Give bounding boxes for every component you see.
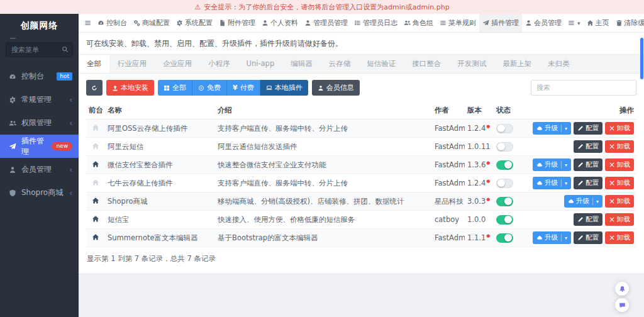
chevron-left-icon: ‹: [69, 189, 72, 197]
category-tab[interactable]: 最新上架: [494, 55, 540, 73]
status-cell: [494, 229, 526, 247]
sidebar-divider: [10, 38, 16, 39]
status-toggle[interactable]: [496, 142, 513, 152]
action-buttons: 升级▾×卸载: [529, 195, 634, 208]
topnav-item[interactable]: 角色组: [401, 14, 436, 32]
upload-icon: [112, 85, 118, 91]
category-tab[interactable]: 编辑器: [282, 55, 321, 73]
uninstall-button[interactable]: ×卸载: [605, 177, 634, 189]
filter-button[interactable]: 免费: [192, 80, 227, 96]
actions-cell: 升级▾配置×卸载: [526, 174, 636, 192]
topnav-item[interactable]: 系统配置: [173, 14, 216, 32]
refresh-button[interactable]: [86, 80, 103, 96]
status-toggle[interactable]: [496, 124, 513, 133]
topnav-item[interactable]: 附件管理: [216, 14, 258, 32]
status-toggle[interactable]: [496, 160, 513, 170]
caret-down-icon: ▾: [565, 181, 567, 186]
version-label: 1.0.0: [467, 215, 486, 224]
coin-icon: [198, 85, 204, 91]
upgrade-button[interactable]: 升级▾: [533, 122, 571, 135]
category-tab[interactable]: 行业应用: [109, 55, 155, 73]
category-tab[interactable]: Uni-app: [238, 55, 283, 73]
topnav-item[interactable]: 控制台: [94, 14, 130, 32]
toggle-knob: [497, 179, 505, 187]
uninstall-button[interactable]: ×卸载: [605, 195, 634, 208]
intro-cell: 支持客户端直传、服务端中转、分片上传: [215, 174, 432, 192]
upgrade-button[interactable]: 升级▾: [533, 177, 571, 189]
intro-cell: 快速整合微信支付宝企业支付功能: [215, 156, 432, 174]
uninstall-button[interactable]: ×卸载: [605, 122, 634, 135]
category-tab[interactable]: 短信验证: [358, 55, 404, 73]
upgrade-button[interactable]: 升级▾: [533, 231, 571, 244]
sidebar-item[interactable]: 插件管理new: [0, 135, 79, 158]
topnav-item[interactable]: 商城配置: [130, 14, 173, 32]
author-cell: FastAdmin: [432, 138, 465, 156]
filter-button[interactable]: 本地插件: [260, 80, 308, 96]
app-logo: 创颜网络: [0, 14, 79, 36]
plugin-search-input[interactable]: [531, 80, 636, 96]
author-cell: 星品科技: [432, 192, 465, 211]
sidebar-item[interactable]: 常规管理‹: [0, 88, 79, 111]
category-tab[interactable]: 企业应用: [155, 55, 200, 73]
member-info-button[interactable]: 会员信息: [312, 80, 360, 96]
filter-button[interactable]: 全部: [158, 80, 192, 96]
warning-text: 安全提示：为了你的后台安全，请勿将后台管理入口设置为admin或admin.ph…: [204, 3, 449, 12]
upgrade-button[interactable]: 升级▾: [564, 195, 602, 208]
topnav-item[interactable]: 清除缓存: [613, 14, 644, 32]
category-tab[interactable]: 全部: [79, 55, 109, 73]
uninstall-button[interactable]: ×卸载: [605, 213, 634, 226]
status-toggle[interactable]: [496, 233, 513, 243]
status-toggle[interactable]: [496, 215, 513, 225]
frontend-cell: [86, 229, 105, 247]
status-toggle[interactable]: [496, 197, 513, 206]
user-icon: [262, 19, 269, 26]
category-tab[interactable]: 接口整合: [404, 55, 449, 73]
topnav-item-label: 附件管理: [228, 18, 255, 28]
local-install-button[interactable]: 本地安装: [106, 80, 154, 96]
notifications-fab[interactable]: [615, 282, 629, 296]
topnav-item[interactable]: ▾: [565, 14, 584, 32]
chat-fab[interactable]: [615, 298, 629, 312]
filter-button-group: 全部免费¥付费本地插件: [158, 80, 308, 96]
sidebar-item[interactable]: 权限管理‹: [0, 111, 79, 135]
category-tab[interactable]: 未归类: [540, 55, 578, 73]
config-button[interactable]: 配置: [574, 213, 602, 226]
scrollbar-thumb[interactable]: [640, 38, 643, 79]
author-cell: FastAdmin: [432, 229, 465, 247]
topnav-item[interactable]: 插件管理: [479, 14, 522, 32]
gear-icon: [9, 96, 16, 104]
uninstall-button[interactable]: ×卸载: [605, 158, 634, 171]
gears-icon: [133, 19, 140, 26]
topnav-item[interactable]: 管理员管理: [301, 14, 351, 32]
topnav-item[interactable]: 主页: [584, 14, 613, 32]
config-button[interactable]: 配置: [574, 158, 602, 171]
table-body: 阿里OSS云存储上传插件支持客户端直传、服务端中转、分片上传FastAdmin1…: [86, 120, 636, 247]
sidebar-item[interactable]: Shopro商城‹: [0, 181, 79, 204]
category-tab[interactable]: 开发测试: [449, 55, 494, 73]
plugin-panel: 可在线安装、卸载、禁用、启用、配置、升级插件，插件升级前请做好备份。 全部行业应…: [79, 33, 644, 274]
action-buttons: 升级▾配置×卸载: [529, 231, 634, 244]
config-button[interactable]: 配置: [574, 231, 602, 244]
topnav-item[interactable]: 会员管理: [522, 14, 565, 32]
topnav-item[interactable]: 菜单规则: [436, 14, 479, 32]
status-toggle[interactable]: [496, 179, 513, 188]
topnav-item[interactable]: 管理员日志: [351, 14, 401, 32]
topnav-item[interactable]: 个人资料: [258, 14, 301, 32]
list-icon: [354, 19, 361, 26]
config-button[interactable]: 配置: [574, 122, 602, 135]
filter-button[interactable]: ¥付费: [227, 80, 260, 96]
upgrade-button[interactable]: 升级▾: [533, 158, 571, 171]
sidebar-item[interactable]: 控制台hot: [0, 65, 79, 88]
uninstall-button[interactable]: ×卸载: [605, 140, 634, 153]
config-button[interactable]: 配置: [574, 140, 602, 153]
version-label: 1.1.1: [467, 233, 486, 242]
uninstall-button[interactable]: ×卸载: [605, 231, 634, 244]
intro-cell: 基于Bootstrap的富文本编辑器: [215, 229, 432, 247]
category-tab[interactable]: 小程序: [200, 55, 238, 73]
status-cell: [494, 138, 526, 156]
config-button[interactable]: 配置: [574, 177, 602, 189]
sidebar-item[interactable]: 会员管理‹: [0, 158, 79, 181]
topnav-item[interactable]: [81, 14, 94, 32]
column-header: 状态: [494, 102, 526, 120]
category-tab[interactable]: 云存储: [321, 55, 359, 73]
